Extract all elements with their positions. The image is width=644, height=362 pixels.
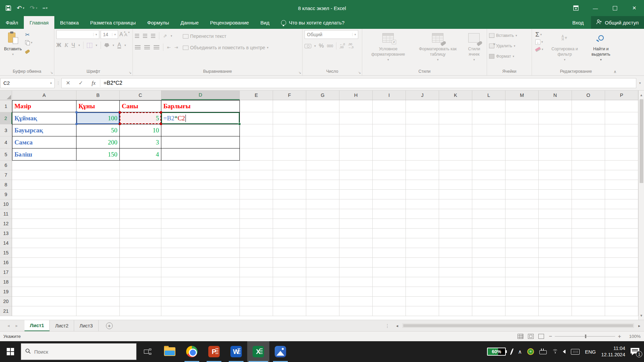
cell-O1[interactable] <box>572 100 605 112</box>
cell-O5[interactable] <box>572 148 605 161</box>
cell-H2[interactable] <box>339 112 373 124</box>
collapse-ribbon-icon[interactable]: ∧ <box>613 69 616 74</box>
cell-K17[interactable] <box>439 267 472 277</box>
taskbar-app-excel[interactable]: X <box>247 341 269 362</box>
tab-Вставка[interactable]: Вставка <box>54 16 85 29</box>
cell-B18[interactable] <box>76 277 120 287</box>
zoom-slider[interactable] <box>555 336 615 337</box>
cell-B21[interactable] <box>76 306 120 316</box>
cell-P6[interactable] <box>605 161 638 170</box>
cell-K3[interactable] <box>439 124 472 136</box>
column-header-I[interactable]: I <box>373 90 406 100</box>
zoom-slider-thumb[interactable] <box>585 335 586 338</box>
chevron-down-icon[interactable]: ▾ <box>48 81 54 85</box>
cell-N21[interactable] <box>539 306 572 316</box>
hscroll-right-icon[interactable]: ▸ <box>636 323 643 328</box>
tab-Формулы[interactable]: Формулы <box>142 16 175 29</box>
font-dialog-launcher-icon[interactable]: ↘ <box>129 71 131 74</box>
taskbar-app-explorer[interactable] <box>159 341 181 362</box>
cell-H20[interactable] <box>339 297 373 306</box>
taskbar-app-chrome[interactable] <box>181 341 203 362</box>
cell-E5[interactable] <box>240 148 273 161</box>
cell-P20[interactable] <box>605 297 638 306</box>
cell-J8[interactable] <box>406 180 439 190</box>
cell-N9[interactable] <box>539 190 572 199</box>
cell-P11[interactable] <box>605 209 638 219</box>
cell-E14[interactable] <box>240 238 273 248</box>
cell-O9[interactable] <box>572 190 605 199</box>
save-icon[interactable] <box>5 5 11 11</box>
cell-K10[interactable] <box>439 199 472 209</box>
row-header-21[interactable]: 21 <box>0 306 12 316</box>
align-right-icon[interactable] <box>154 45 159 50</box>
cell-N16[interactable] <box>539 258 572 267</box>
cell-O10[interactable] <box>572 199 605 209</box>
cell-G7[interactable] <box>306 170 339 180</box>
cell-L10[interactable] <box>472 199 505 209</box>
cell-L12[interactable] <box>472 219 505 229</box>
taskbar-search[interactable] <box>21 343 137 360</box>
cell-H15[interactable] <box>339 248 373 258</box>
cell-D10[interactable] <box>161 199 240 209</box>
column-header-A[interactable]: A <box>12 90 76 100</box>
cell-C12[interactable] <box>120 219 161 229</box>
cell-K13[interactable] <box>439 229 472 238</box>
cell-B14[interactable] <box>76 238 120 248</box>
fill-button[interactable]: ↓▾ <box>535 39 543 45</box>
cell-E15[interactable] <box>240 248 273 258</box>
cell-A4[interactable]: Самса <box>12 136 76 148</box>
column-header-E[interactable]: E <box>240 90 273 100</box>
cell-H17[interactable] <box>339 267 373 277</box>
cell-A9[interactable] <box>12 190 76 199</box>
cell-J19[interactable] <box>406 287 439 297</box>
cell-N8[interactable] <box>539 180 572 190</box>
cell-B20[interactable] <box>76 297 120 306</box>
vertical-scroll-thumb[interactable] <box>640 99 643 183</box>
cell-N20[interactable] <box>539 297 572 306</box>
cell-O8[interactable] <box>572 180 605 190</box>
cell-I14[interactable] <box>373 238 406 248</box>
cell-A1[interactable]: Мәзір <box>12 100 76 112</box>
pen-icon[interactable] <box>510 348 514 355</box>
cell-A11[interactable] <box>12 209 76 219</box>
cell-A14[interactable] <box>12 238 76 248</box>
cell-I6[interactable] <box>373 161 406 170</box>
cell-J9[interactable] <box>406 190 439 199</box>
cell-O19[interactable] <box>572 287 605 297</box>
cell-J18[interactable] <box>406 277 439 287</box>
row-header-14[interactable]: 14 <box>0 238 12 248</box>
cell-C15[interactable] <box>120 248 161 258</box>
cell-K1[interactable] <box>439 100 472 112</box>
cell-F5[interactable] <box>273 148 306 161</box>
row-header-11[interactable]: 11 <box>0 209 12 219</box>
cell-G17[interactable] <box>306 267 339 277</box>
cell-J17[interactable] <box>406 267 439 277</box>
format-as-table-button[interactable]: Форматировать как таблицу▾ <box>417 30 459 68</box>
cell-P18[interactable] <box>605 277 638 287</box>
cell-E1[interactable] <box>240 100 273 112</box>
cell-N2[interactable] <box>539 112 572 124</box>
cell-D15[interactable] <box>161 248 240 258</box>
cell-M1[interactable] <box>505 100 539 112</box>
cell-C2[interactable]: 5 <box>120 112 161 124</box>
zoom-out-icon[interactable]: − <box>549 333 552 340</box>
cell-G19[interactable] <box>306 287 339 297</box>
insert-function-icon[interactable]: fx <box>87 80 100 86</box>
cell-G21[interactable] <box>306 306 339 316</box>
cell-D12[interactable] <box>161 219 240 229</box>
cell-F18[interactable] <box>273 277 306 287</box>
increase-indent-icon[interactable]: ⇥ <box>174 45 178 50</box>
cell-L16[interactable] <box>472 258 505 267</box>
cell-P9[interactable] <box>605 190 638 199</box>
find-select-button[interactable]: Найти и выделить▾ <box>585 30 617 68</box>
cell-A3[interactable]: Бауырсақ <box>12 124 76 136</box>
cell-L21[interactable] <box>472 306 505 316</box>
cell-D3[interactable] <box>161 124 240 136</box>
format-painter-button[interactable] <box>25 48 33 54</box>
cell-B13[interactable] <box>76 229 120 238</box>
formula-input[interactable]: =B2*C2 <box>100 80 122 86</box>
tab-Данные[interactable]: Данные <box>175 16 204 29</box>
column-header-N[interactable]: N <box>539 90 572 100</box>
cell-A15[interactable] <box>12 248 76 258</box>
tab-Разметка страницы[interactable]: Разметка страницы <box>85 16 142 29</box>
